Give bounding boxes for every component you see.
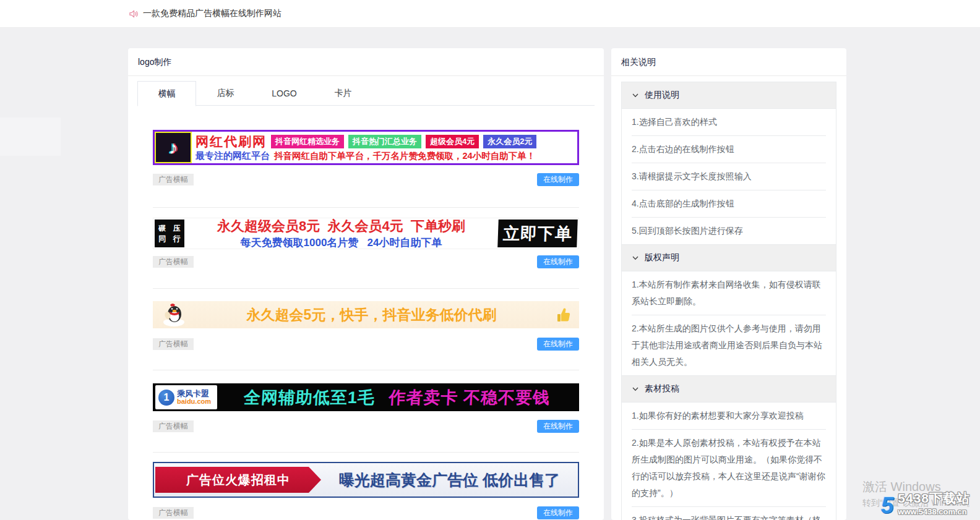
- usage-item: 4.点击底部的生成制作按钮: [622, 190, 836, 217]
- item-tag: 广告横幅: [153, 420, 194, 432]
- make-online-button[interactable]: 在线制作: [537, 173, 579, 186]
- item-tag: 广告横幅: [153, 174, 194, 185]
- banner-preview-4[interactable]: 1 乘风卡盟 baidu.com 全网辅助低至1毛 作者卖卡 不稳不要钱: [153, 383, 579, 411]
- banner4-text-cyan: 全网辅助低至1毛: [243, 388, 376, 407]
- info-panel-title: 相关说明: [611, 48, 846, 75]
- banner4-logo-name: 乘风卡盟: [177, 390, 211, 398]
- info-panel: 相关说明 使用说明 1.选择自己喜欢的样式 2.点击右边的在线制作按钮 3.请根…: [611, 48, 846, 520]
- chevron-down-icon: [632, 254, 639, 262]
- item-meta-row: 广告横幅 在线制作: [153, 173, 579, 186]
- item-meta-row: 广告横幅 在线制作: [153, 419, 579, 433]
- banner4-logo-icon: 1: [158, 390, 174, 406]
- divider: [153, 288, 579, 289]
- banner-preview-5[interactable]: 广告位火爆招租中 曝光超高黄金广告位 低价出售了: [153, 462, 579, 498]
- site-announcement: 一款免费精品广告横幅在线制作网站: [143, 8, 282, 19]
- tab-banner[interactable]: 横幅: [137, 81, 196, 106]
- usage-item: 5.回到顶部长按图片进行保存: [622, 218, 836, 244]
- speaker-icon: [129, 9, 139, 19]
- item-tag: 广告横幅: [153, 338, 194, 350]
- usage-item: 1.选择自己喜欢的样式: [622, 109, 836, 135]
- section-title: 素材投稿: [645, 383, 679, 394]
- logo-maker-panel: logo制作 横幅 店标 LOGO 卡片 ♪ 网红代刷网 抖音网红精选业务 抖音…: [128, 48, 604, 520]
- section-usage-body: 1.选择自己喜欢的样式 2.点击右边的在线制作按钮 3.请根据提示文字长度按照输…: [622, 109, 836, 245]
- item-tag: 广告横幅: [153, 256, 194, 268]
- banner1-content: 网红代刷网 抖音网红精选业务 抖音热门汇总业务 超级会员4元 永久会员2元 最专…: [192, 132, 577, 163]
- usage-item: 3.请根据提示文字长度按照输入: [622, 163, 836, 190]
- banner2-brand-line2: 同 行: [158, 234, 183, 244]
- site-watermark-url: www.5438.com.cn: [898, 507, 970, 516]
- section-submit-body: 1.如果你有好的素材想要和大家分享欢迎投稿 2.如果是本人原创素材投稿，本站有权…: [622, 403, 836, 520]
- banner5-ribbon: 广告位火爆招租中: [155, 467, 321, 493]
- banner-preview-2[interactable]: 碾 压 同 行 永久超级会员8元 永久会员4元 下单秒刷 每天免费领取1000名…: [153, 218, 579, 249]
- make-online-button[interactable]: 在线制作: [537, 506, 579, 519]
- music-note-icon: ♪: [169, 137, 178, 158]
- divider: [153, 452, 579, 453]
- top-bar: 一款免费精品广告横幅在线制作网站: [0, 0, 980, 28]
- make-online-button[interactable]: 在线制作: [537, 255, 579, 268]
- banner2-line1: 永久超级会员8元 永久会员4元 下单秒刷: [217, 218, 465, 236]
- category-tabs: 横幅 店标 LOGO 卡片: [137, 81, 595, 106]
- section-submit-header[interactable]: 素材投稿: [622, 376, 836, 403]
- banner4-logo-domain: baidu.com: [177, 398, 211, 406]
- banner5-text: 曝光超高黄金广告位 低价出售了: [321, 470, 578, 490]
- submit-item: 2.如果是本人原创素材投稿，本站有权授予在本站所生成制图的图片可以商业用途。（如…: [622, 430, 836, 506]
- item-tag: 广告横幅: [153, 507, 194, 519]
- banner2-line2: 每天免费领取1000名片赞 24小时自助下单: [241, 236, 442, 249]
- site-watermark-logo: 5: [881, 495, 894, 516]
- submit-item: 1.如果你有好的素材想要和大家分享欢迎投稿: [622, 403, 836, 429]
- banner4-text: 全网辅助低至1毛 作者卖卡 不稳不要钱: [217, 386, 577, 409]
- banner1-badge-2: 抖音热门汇总业务: [348, 135, 421, 148]
- make-online-button[interactable]: 在线制作: [537, 420, 579, 433]
- tab-card[interactable]: 卡片: [314, 81, 372, 106]
- item-meta-row: 广告横幅 在线制作: [153, 506, 579, 519]
- section-title: 使用说明: [645, 90, 679, 101]
- banner1-badge-1: 抖音网红精选业务: [271, 135, 344, 148]
- banner4-text-magenta: 作者卖卡 不稳不要钱: [389, 388, 551, 407]
- page-title: logo制作: [128, 48, 604, 75]
- divider: [128, 75, 604, 76]
- banner2-order-button: 立即下单: [497, 220, 578, 247]
- banner2-content: 永久超级会员8元 永久会员4元 下单秒刷 每天免费领取1000名片赞 24小时自…: [184, 218, 498, 249]
- chevron-down-icon: [632, 92, 639, 99]
- banner1-badge-4: 永久会员2元: [483, 135, 536, 148]
- penguin-mascot-icon: [161, 303, 186, 326]
- make-online-button[interactable]: 在线制作: [537, 338, 579, 351]
- banner4-logo: 1 乘风卡盟 baidu.com: [155, 385, 217, 409]
- chevron-down-icon: [632, 385, 639, 393]
- section-copyright-header[interactable]: 版权声明: [622, 245, 836, 271]
- copyright-item: 1.本站所有制作素材来自网络收集，如有侵权请联系站长立即删除。: [622, 271, 836, 315]
- site-watermark: 5 5438下载站 www.5438.com.cn: [881, 490, 970, 516]
- copyright-item: 2.本站所生成的图片仅供个人参考与使用，请勿用于其他非法用途或者商业用途否则后果…: [622, 315, 836, 375]
- section-usage-header[interactable]: 使用说明: [622, 82, 836, 109]
- submit-item: 3.投稿格式为一张背景图片不要有文字等素材（格式最好png，gif暂不支持），还…: [622, 507, 836, 520]
- item-meta-row: 广告横幅 在线制作: [153, 255, 579, 268]
- divider: [153, 370, 579, 370]
- divider: [153, 207, 579, 208]
- banner2-brand-box: 碾 压 同 行: [155, 220, 184, 247]
- banner3-text: 永久超会5元，快手，抖音业务低价代刷: [186, 305, 557, 325]
- tab-logo[interactable]: LOGO: [255, 81, 314, 106]
- banner-preview-1[interactable]: ♪ 网红代刷网 抖音网红精选业务 抖音热门汇总业务 超级会员4元 永久会员2元 …: [153, 130, 579, 165]
- banner1-tagline: 抖音网红自助下单平台，千万名片赞免费领取，24小时自助下单！: [274, 150, 535, 162]
- banner1-subtitle: 最专注的网红平台: [196, 150, 270, 162]
- banner-preview-3[interactable]: 永久超会5元，快手，抖音业务低价代刷: [153, 301, 579, 328]
- left-decoration: [0, 117, 61, 156]
- tiktok-logo: ♪: [155, 132, 192, 163]
- banner2-brand-line1: 碾 压: [158, 223, 183, 234]
- thumbs-up-icon: [557, 307, 570, 322]
- section-copyright-body: 1.本站所有制作素材来自网络收集，如有侵权请联系站长立即删除。 2.本站所生成的…: [622, 271, 836, 376]
- banner1-badge-3: 超级会员4元: [426, 135, 479, 148]
- usage-item: 2.点击右边的在线制作按钮: [622, 136, 836, 163]
- info-collapse: 使用说明 1.选择自己喜欢的样式 2.点击右边的在线制作按钮 3.请根据提示文字…: [621, 82, 836, 520]
- item-meta-row: 广告横幅 在线制作: [153, 337, 579, 351]
- divider: [611, 75, 846, 76]
- banner1-title: 网红代刷网: [196, 133, 267, 150]
- section-title: 版权声明: [645, 252, 679, 263]
- tab-shop-logo[interactable]: 店标: [196, 81, 255, 106]
- site-watermark-name: 5438下载站: [898, 490, 970, 507]
